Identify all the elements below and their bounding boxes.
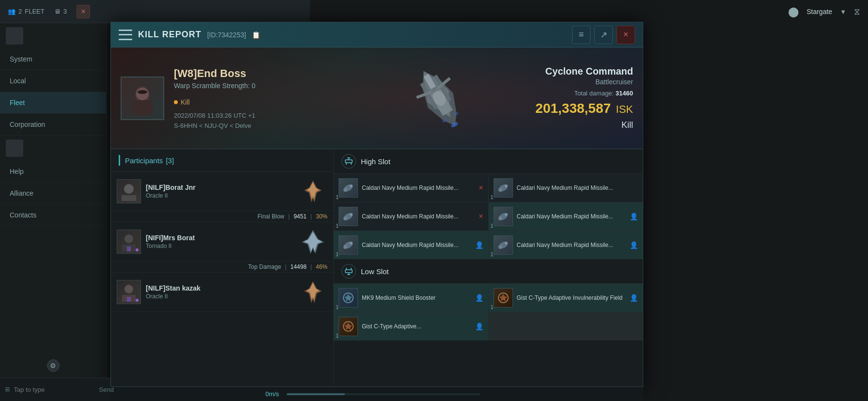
sidebar-item-help[interactable]: Help (0, 161, 106, 183)
isk-container: 201,338,587 ISK (517, 101, 633, 116)
participants-panel: Participants [3] [NILF]Borat Jnr Oracle … (111, 149, 334, 389)
send-label[interactable]: Send (99, 386, 114, 393)
eq-name-3: Caldari Navy Medium Rapid Missile... (362, 213, 475, 220)
copy-icon[interactable]: 📋 (252, 31, 260, 39)
high-slot-header: High Slot (334, 149, 643, 174)
horizontal-scrollbar-track[interactable] (287, 393, 480, 395)
modal-export-button[interactable]: ↗ (594, 26, 613, 44)
chat-menu-icon[interactable]: ≡ (5, 385, 10, 395)
sidebar-system-label: System (10, 55, 32, 63)
participant-info-1: [NILF]Borat Jnr Oracle II (146, 184, 294, 199)
high-slot-title: High Slot (361, 157, 390, 166)
filter-icon[interactable]: ⧖ (854, 7, 860, 17)
participant-item[interactable]: [NILF]Borat Jnr Oracle II (111, 172, 333, 211)
eq-icon-1 (339, 178, 358, 198)
stat-percent-2: 46% (316, 263, 327, 270)
stat-divider-2: | (285, 263, 286, 270)
ship-icon-2 (298, 227, 327, 256)
sidebar-item-alliance[interactable]: Alliance (0, 183, 106, 204)
speed-value: 0m/s (265, 390, 279, 398)
svg-point-42 (343, 216, 347, 220)
low-eq-icon-3 (339, 317, 358, 336)
eq-person-6: 👤 (630, 241, 638, 249)
svg-rect-53 (345, 270, 352, 273)
sidebar-fleet-label: Fleet (10, 99, 25, 107)
eq-icon-4 (494, 207, 513, 226)
settings-icon[interactable]: ⚙ (47, 359, 60, 372)
sidebar-item-system[interactable]: System (0, 48, 106, 70)
eq-name-4: Caldari Navy Medium Rapid Missile... (517, 213, 626, 220)
total-damage-text: Total damage: (574, 90, 614, 97)
modal-body: Participants [3] [NILF]Borat Jnr Oracle … (111, 149, 643, 389)
participant-stats-2: Top Damage | 14498 | 46% (111, 262, 333, 273)
participant-ship-1: Oracle II (146, 192, 294, 199)
participant-name-1: [NILF]Borat Jnr (146, 184, 294, 191)
svg-marker-59 (344, 294, 352, 301)
eq-name-1: Caldari Navy Medium Rapid Missile... (362, 185, 475, 191)
eq-icon-2 (494, 178, 513, 198)
eq-icon-5 (339, 235, 358, 255)
stat-damage-2: 14498 (290, 263, 306, 270)
stargate-label[interactable]: Stargate (806, 8, 832, 15)
top-right-area: ⬤ Stargate ▼ ⧖ (723, 0, 868, 23)
participants-count: [3] (166, 156, 174, 165)
modal-actions: ≡ ↗ × (572, 26, 635, 44)
kill-indicator-label: Kill (181, 98, 190, 106)
sidebar-item-fleet[interactable]: Fleet (0, 92, 106, 114)
stat-divider-1: | (288, 213, 290, 220)
modal-close-button[interactable]: × (617, 26, 635, 44)
menu-icon[interactable] (119, 30, 132, 40)
eq-item-3: 1 Caldari Navy Medium Rapid Missile... × (334, 202, 488, 231)
export-icon: ↗ (600, 30, 607, 40)
participant-ship-3: Oracle II (146, 293, 294, 300)
horizontal-scrollbar-thumb[interactable] (287, 393, 345, 395)
modal-list-button[interactable]: ≡ (572, 26, 590, 44)
eq-name-6: Caldari Navy Medium Rapid Missile... (517, 242, 626, 248)
participant-info-3: [NILF]Stan kazak Oracle II (146, 284, 294, 300)
sidebar: System Local Fleet Corporation Help Alli… (0, 23, 107, 401)
kill-result: Kill (517, 120, 633, 130)
low-eq-person-2: 👤 (630, 294, 638, 302)
svg-point-1 (132, 99, 153, 115)
eq-item-6: 1 Caldari Navy Medium Rapid Missile... 👤 (489, 231, 643, 259)
modal-title: KILL REPORT (138, 30, 202, 40)
sidebar-item-local[interactable]: Local (0, 70, 106, 92)
eq-item-1: 1 Caldari Navy Medium Rapid Missile... × (334, 174, 488, 202)
svg-point-45 (498, 216, 502, 220)
low-eq-name-2: Gist C-Type Adaptive Invulnerability Fie… (517, 294, 626, 301)
svg-rect-30 (345, 160, 352, 163)
stat-label-2: Top Damage (248, 263, 281, 270)
panel-title-bar (119, 155, 120, 166)
participant-item-2[interactable]: [NIFI]Mrs Borat Tornado II (111, 222, 333, 262)
eq-destroy-3: × (479, 212, 483, 221)
dropdown-icon[interactable]: ▼ (840, 8, 846, 15)
low-eq-name-1: MK9 Medium Shield Booster (362, 294, 471, 301)
pilot-info: [W8]End Boss Warp Scramble Strength: 0 K… (174, 67, 372, 129)
sidebar-item-contacts[interactable]: Contacts (0, 204, 106, 226)
svg-point-25 (124, 285, 133, 293)
svg-marker-24 (304, 232, 322, 252)
topbar-close-button[interactable]: × (77, 5, 90, 18)
participant-item-3[interactable]: [NILF]Stan kazak Oracle II (111, 273, 333, 312)
player-avatar (6, 27, 23, 45)
fleet-info[interactable]: 👥 2 FLEET (8, 8, 45, 15)
participant-info-2: [NIFI]Mrs Borat Tornado II (146, 234, 294, 249)
sidebar-alliance-label: Alliance (10, 189, 33, 197)
ship-area (372, 47, 507, 149)
svg-point-51 (498, 245, 502, 249)
chat-input[interactable] (14, 386, 95, 393)
sidebar-item-corporation[interactable]: Corporation (0, 114, 106, 136)
menu-line-1 (119, 30, 132, 31)
low-slot-header: Low Slot (334, 259, 643, 284)
svg-point-36 (343, 188, 347, 192)
participant-avatar-2 (117, 230, 141, 254)
pilot-avatar (121, 77, 164, 120)
participant-avatar-1 (117, 179, 141, 203)
participant-avatar-3 (117, 280, 141, 304)
screen-icon: 🖥 (54, 8, 61, 15)
participants-header: Participants [3] (111, 149, 333, 172)
speed-bar: 0m/s (110, 386, 643, 401)
low-eq-item-3: 1 Gist C-Type Adaptive... 👤 (334, 312, 488, 340)
isk-value: 201,338,587 (535, 101, 611, 116)
screen-info[interactable]: 🖥 3 (54, 8, 67, 15)
